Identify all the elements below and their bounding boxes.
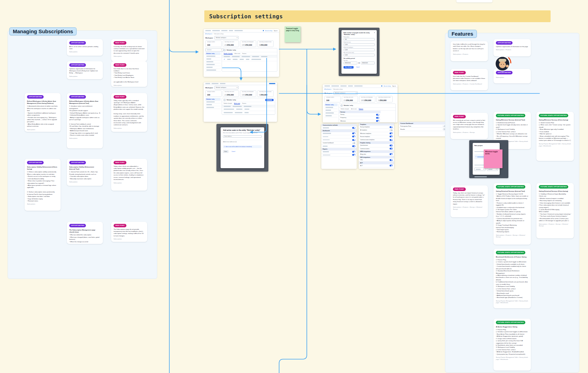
- frame-title-features[interactable]: Features: [448, 30, 477, 38]
- future-state-badge: FUTURE-STATE OPPORTUNITIES: [496, 114, 525, 117]
- card-body: 1. Visibility of Historical Import Avail…: [539, 193, 571, 222]
- workspace-label: Workspace: [205, 37, 213, 39]
- feature-toggle-row: Okta: [359, 158, 394, 162]
- note-card[interactable]: FUTURE-STATE OPPORTUNITIES Benchmark Ent…: [493, 249, 531, 308]
- sidebar-entity-active: Nicholas' entity: [205, 98, 221, 101]
- workspace-label: Workspace: [324, 92, 332, 94]
- toggle-on-icon: [376, 114, 379, 116]
- entity-panel: Nicholas' entity Number of people Active…: [222, 48, 277, 72]
- screenshot-active-seats-page[interactable]: Workspace Nicholas' workspace▾ Workspace…: [204, 82, 277, 122]
- screenshot-edit-people-modal[interactable]: × Edit number of people inside the entit…: [339, 28, 380, 76]
- chevron-down-icon: ▾: [237, 37, 238, 38]
- note-card[interactable]: OPPORTUNITIES The Subscription Managemen…: [67, 222, 103, 244]
- feature-toggle-row: Survey templates: [359, 126, 394, 129]
- toggle-section-header: Templates: [359, 123, 394, 126]
- card-body: Optimise organisation of information for…: [69, 68, 100, 74]
- cut-off-card[interactable]: [456, 0, 492, 2]
- feature-toggle-row: [321, 135, 357, 138]
- note-card[interactable]: User finds it difficult to scroll throug…: [451, 41, 488, 61]
- note-card[interactable]: FUTURE-STATE OPPORTUNITIES Gating Histor…: [493, 183, 531, 245]
- connector-line: [279, 49, 307, 373]
- card-path: Subscriptions: [69, 51, 100, 53]
- toggle-on-icon: [352, 136, 355, 137]
- toggle-on-icon: [390, 153, 393, 155]
- future-state-badge: FUTURE-STATE OPPORTUNITIES: [496, 185, 525, 189]
- opportunities-badge: OPPORTUNITIES: [27, 161, 44, 164]
- max-seats-input: 5,000: [344, 54, 375, 56]
- note-card[interactable]: OPPORTUNITIES Refined Workspace & Entity…: [67, 93, 103, 148]
- screenshot-add-active-seats-modal[interactable]: Add active seats to the entity “Nicholas…: [216, 124, 268, 172]
- card-body: Currently CS needs to keep track of clie…: [114, 46, 145, 55]
- field-label: Start date: [344, 60, 375, 61]
- entity-panel: Nicholas' entity Number of people Active…: [222, 98, 275, 115]
- toggle-panel-dashboards[interactable]: Communication methods Dashboards Custom …: [321, 124, 357, 169]
- feature-toggle-row: [321, 154, 357, 157]
- toggle-on-icon: [352, 151, 355, 153]
- connector-arrow: [307, 85, 320, 114]
- add-active-seats-modal: Add active seats to the entity “Nicholas…: [221, 127, 264, 168]
- feature-toggle-row: Results: [399, 128, 447, 131]
- avatar[interactable]: [494, 55, 511, 72]
- screenshot-workspace-subscription-settings[interactable]: Account settings Sign out All workspaces…: [204, 29, 279, 77]
- sticky-note-milestone-toggle[interactable]: Milestone toggle works: [484, 149, 502, 168]
- toggle-panel-custom-dashboard[interactable]: Custom Dashboard Participation Rate Resu…: [399, 122, 447, 136]
- toggle-off-icon: [352, 142, 355, 144]
- card-body: 1. Entitlement-based Feature a. System l…: [496, 122, 528, 140]
- future-state-badge: FUTURE-STATE OPPORTUNITIES: [496, 321, 525, 324]
- toggle-section-header: ACT: [359, 162, 394, 164]
- card-path: Subscriptions > Features > Surveys: [453, 131, 485, 134]
- calendar-icon: ▦: [358, 62, 360, 64]
- frame-managing-subscriptions[interactable]: Managing Subscriptions OPPORTUNITIES Ale…: [8, 30, 157, 279]
- note-card[interactable]: PAIN POINT The Subscriptions page do not…: [111, 222, 147, 242]
- feature-toggle-row: AI templates: [359, 129, 394, 132]
- chevron-down-icon: ▾: [483, 169, 484, 170]
- note-card[interactable]: PAIN POINT Today, Sales typically sells …: [111, 93, 147, 132]
- toggle-on-icon: [390, 136, 393, 137]
- modal-title: Add active seats to the entity “Nicholas…: [223, 129, 262, 131]
- toggle-on-icon: [390, 165, 393, 166]
- note-card[interactable]: PAIN POINT User finds that it is not cle…: [111, 61, 147, 87]
- card-body: 1. Toggle Historical Survey Import On/Of…: [496, 193, 528, 233]
- note-card[interactable]: PAIN POINT We currently do not have a wa…: [451, 113, 488, 139]
- note-card[interactable]: OPPORTUNITIES Optimise organisation of i…: [67, 61, 103, 79]
- whiteboard-canvas: Subscription settings Managing Subscript…: [0, 0, 588, 373]
- screenshot-features-toggles-page[interactable]: Account settings Sign out All workspaces…: [323, 84, 398, 122]
- mock-navbar: [204, 82, 277, 85]
- toggle-panel-templates[interactable]: Templates Survey templates AI templates …: [359, 123, 394, 169]
- sidebar-entity-active: Nicholas' entity: [205, 52, 221, 55]
- card-title: Gating Milestone Surveys (Client-facing): [539, 119, 571, 121]
- sidebar-entity-active: Nicholas' entity: [324, 103, 338, 106]
- entity-sidebar: ▾ Nicholas' entity: [205, 48, 221, 72]
- note-card[interactable]: OPPORTUNITIES Refined Workspace & Entity…: [25, 93, 61, 132]
- entity-sidebar: Nicholas' entity: [205, 98, 221, 115]
- pain-point-badge: PAIN POINT: [114, 161, 126, 164]
- note-card[interactable]: FUTURE-STATE OPPORTUNITIES AI Action Sug…: [493, 319, 531, 371]
- note-card[interactable]: OPPORTUNITIES Subscription Validity Enfo…: [25, 159, 61, 211]
- section-header-subscription-settings[interactable]: Subscription settings: [204, 10, 551, 22]
- tab-number-of-people: Number of people: [224, 103, 232, 104]
- note-card[interactable]: OPPORTUNITIES Alerts set for when contra…: [67, 39, 103, 56]
- card-body: 1. Introduce native seat entitlement man…: [69, 105, 100, 136]
- frame-title-managing-subscriptions[interactable]: Managing Subscriptions: [9, 27, 77, 35]
- card-body: Alerts set for when contract period is e…: [69, 46, 100, 50]
- info-icon: ⓘ: [475, 156, 476, 157]
- note-card[interactable]: FUTURE-STATE OPPORTUNITIES Gating Histor…: [536, 183, 574, 238]
- note-card[interactable]: PAIN POINT Today, any client can import …: [451, 185, 488, 217]
- frame-features[interactable]: Features User finds it difficult to scro…: [445, 33, 579, 373]
- note-card[interactable]: PAIN POINT Today, when clients are onboa…: [111, 159, 147, 191]
- toggle-section-header: Template sharing: [359, 142, 394, 144]
- note-card[interactable]: OPPORTUNITIES Subscription Validity Enfo…: [67, 159, 103, 186]
- note-card[interactable]: PAIN POINT Currently CS needs to keep tr…: [111, 39, 147, 61]
- edit-people-modal: × Edit number of people inside the entit…: [341, 30, 377, 74]
- note-card[interactable]: OPPORTUNITIES Optimise organisation of i…: [493, 39, 531, 56]
- modal-title: New project: [474, 145, 498, 146]
- sticky-note-featured-toggle[interactable]: Featured toggle page is very long: [285, 26, 301, 42]
- feature-toggle-row: Participation Rate: [399, 125, 447, 128]
- note-card[interactable]: FUTURE-STATE OPPORTUNITIES Gating Milest…: [536, 112, 574, 161]
- card-path: Subscriptions: [114, 127, 145, 129]
- toggle-on-icon: [390, 126, 393, 128]
- feature-toggle-row: Communication templates: [359, 138, 394, 142]
- card-body: User finds that the Custom Dashboard pla…: [453, 75, 485, 82]
- note-card[interactable]: PAIN POINT User finds that the Custom Da…: [451, 69, 488, 90]
- connector-arrow: [169, 48, 198, 52]
